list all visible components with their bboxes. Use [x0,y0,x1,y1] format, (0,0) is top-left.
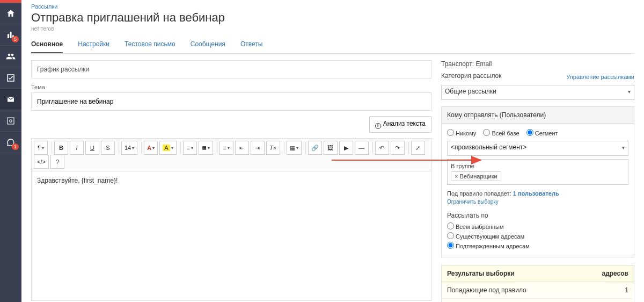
sidebar-settings[interactable] [0,110,21,132]
tb-ul[interactable]: ≡ [183,141,197,155]
tb-hr[interactable]: — [355,141,369,155]
sidebar-tasks[interactable] [0,67,21,89]
editor-box: ¶ B I U S 14 A А ≡ ≣ [31,138,431,301]
sidebar-stats[interactable]: 5 [0,24,21,46]
tag-label: Вебинарщики [459,173,497,179]
tab-main[interactable]: Основное [31,36,63,53]
tb-bold[interactable]: B [54,141,68,155]
sidebar-home[interactable] [0,3,21,24]
results-header: Результаты выборкиадресов [442,265,634,282]
tb-fullscreen[interactable]: ⤢ [411,141,425,155]
analysis-button-label: Анализ текста [383,120,426,127]
recipient-mode-radios: Никому Всей базе Сегмент [447,129,628,136]
tb-outdent[interactable]: ⇤ [235,141,249,155]
tb-align[interactable]: ≡ [219,141,233,155]
subject-label: Тема [31,84,431,90]
breadcrumb: Рассылки [31,3,634,10]
analysis-button[interactable]: iАнализ текста [369,116,431,133]
rule-count: 1 пользователь [513,190,559,197]
tab-test[interactable]: Тестовое письмо [125,36,175,53]
info-icon: i [375,123,381,129]
sidebar-nav: 5 1 [0,0,21,302]
category-select[interactable]: Общие рассылки [441,85,634,100]
tabs: Основное Настройки Тестовое письмо Сообщ… [31,36,634,54]
mail-icon [6,95,16,104]
group-tagbox[interactable]: В группе ×Вебинарщики [447,159,628,185]
transport-line: Транспорт: Email [441,60,634,68]
segment-select[interactable]: <произвольный сегмент> [447,141,628,156]
sidebar-users[interactable] [0,46,21,67]
sendby-existing[interactable]: Существующим адресам [447,232,628,240]
group-tag: ×Вебинарщики [451,171,501,181]
breadcrumb-link[interactable]: Рассылки [31,3,57,10]
limit-link[interactable]: Ограничить выборку [447,199,499,205]
tb-italic[interactable]: I [70,141,84,155]
check-icon [6,73,16,83]
tb-link[interactable]: 🔗 [308,141,322,155]
tb-redo[interactable]: ↷ [391,141,405,155]
manage-link[interactable]: Управление рассылками [566,74,634,80]
radio-none[interactable]: Никому [447,130,476,136]
results-panel: Результаты выборкиадресов Попадающие под… [441,265,634,302]
radio-all[interactable]: Всей базе [483,130,519,136]
tab-replies[interactable]: Ответы [240,36,262,53]
left-column: График рассылки Тема iАнализ текста ¶ B … [31,60,431,302]
tb-strike[interactable]: S [101,141,115,155]
editor-body[interactable]: Здравствуйте, {first_name}! [32,171,431,300]
result-row: Попадающие под правило1 [442,282,634,299]
sendby-all[interactable]: Всем выбранным [447,222,628,230]
recipients-header: Кому отправлять (Пользователи) [442,107,634,124]
tb-format[interactable]: ¶ [34,141,48,155]
tb-undo[interactable]: ↶ [375,141,389,155]
editor-toolbar: ¶ B I U S 14 A А ≡ ≣ [32,139,431,171]
stats-badge: 5 [12,36,19,42]
page-title: Отправка приглашений на вебинар [31,11,634,25]
comment-badge: 1 [12,143,19,150]
sendby-confirmed[interactable]: Подтвержденным адресам [447,242,628,249]
rule-match-text: Под правило попадает: 1 пользователь [447,190,628,197]
tb-code[interactable]: </> [34,155,49,169]
tag-remove-icon[interactable]: × [455,173,458,179]
schedule-panel[interactable]: График рассылки [31,60,431,78]
tb-video[interactable]: ▶ [339,141,353,155]
main-content: Рассылки Отправка приглашений на вебинар… [21,0,644,302]
tab-messages[interactable]: Сообщения [191,36,225,53]
tb-highlight[interactable]: А [159,141,176,155]
home-icon [6,9,16,18]
gear-icon [6,116,16,126]
tb-fontsize[interactable]: 14 [121,141,137,155]
tb-image[interactable]: 🖼 [324,141,338,155]
subject-input[interactable] [31,92,431,111]
tb-ol[interactable]: ≣ [199,141,213,155]
right-column: Транспорт: Email Категория рассылок Упра… [441,60,634,302]
sidebar-comments[interactable]: 1 [0,132,21,153]
sendby-radios: Всем выбранным Существующим адресам Подт… [447,222,628,249]
sidebar-mail[interactable] [0,89,21,110]
svg-point-0 [10,119,12,122]
tb-color[interactable]: A [144,141,158,155]
category-label: Категория рассылок [441,72,501,80]
sendby-title: Рассылать по [447,212,628,219]
result-row: С подтвержденными эл. адресами0 [442,299,634,302]
no-tags-label: нет тегов [31,26,634,32]
tb-clear[interactable]: T× [266,141,280,155]
tb-table[interactable]: ▦ [287,141,302,155]
tb-help[interactable]: ? [50,155,64,169]
radio-segment[interactable]: Сегмент [526,130,558,136]
users-icon [6,52,16,61]
tab-settings[interactable]: Настройки [78,36,109,53]
group-label: В группе [451,163,625,169]
tb-indent[interactable]: ⇥ [251,141,265,155]
recipients-panel: Кому отправлять (Пользователи) Никому Вс… [441,106,634,257]
tb-underline[interactable]: U [85,141,99,155]
